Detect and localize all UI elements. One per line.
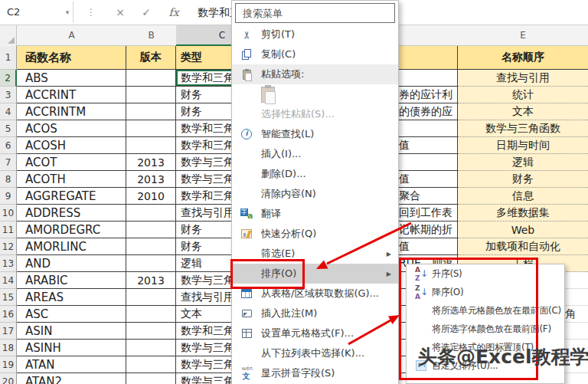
menu-item-clear-contents[interactable]: 清除内容(N)	[232, 184, 398, 204]
menu-item-translate[interactable]: 翻译	[232, 204, 398, 224]
cell-name-order[interactable]: 逻辑	[458, 154, 588, 171]
cell-name-order[interactable]: 信息	[458, 188, 588, 205]
menu-search-input[interactable]	[235, 3, 395, 23]
cell-version[interactable]	[126, 120, 176, 137]
cell-function-name[interactable]: ASC	[17, 306, 126, 323]
more-options-icon[interactable]: ⋮	[86, 2, 96, 23]
cell-function-name[interactable]: ACOS	[17, 120, 126, 137]
row-header[interactable]: 3	[0, 87, 17, 103]
cell-version[interactable]: 2013	[126, 154, 176, 171]
paste-button[interactable]	[232, 84, 398, 104]
confirm-icon[interactable]: ✓	[135, 2, 158, 23]
cell-version[interactable]	[126, 87, 176, 103]
cell-name-order[interactable]: 多维数据集	[458, 205, 588, 222]
row-header[interactable]: 9	[0, 188, 17, 205]
menu-item-insert[interactable]: 插入(I)...	[232, 144, 398, 164]
row-header[interactable]: 1	[0, 46, 17, 70]
header-function-name[interactable]: 函数名称	[17, 46, 126, 70]
cancel-icon[interactable]: ×	[109, 2, 132, 23]
cell-function-name[interactable]: ATAN	[17, 356, 126, 373]
cell-function-name[interactable]: AMORDEGRC	[17, 222, 126, 238]
column-header-a[interactable]: A	[17, 25, 126, 46]
menu-item-pick-from-dropdown[interactable]: 从下拉列表中选择(K)...	[232, 343, 398, 363]
cell-name-order[interactable]: Web	[458, 222, 588, 238]
cell-function-name[interactable]: ACCRINT	[17, 87, 126, 103]
insert-function-icon[interactable]: fx	[162, 2, 185, 23]
cell-function-name[interactable]: ABS	[17, 70, 126, 87]
cell-version[interactable]	[126, 323, 176, 340]
row-header[interactable]: 7	[0, 154, 17, 171]
row-header[interactable]: 6	[0, 137, 17, 154]
header-name-order[interactable]: 名称顺序	[458, 46, 588, 70]
menu-item-quick-analysis[interactable]: 快速分析(Q)	[232, 224, 398, 244]
menu-item-label: 粘贴选项:	[261, 67, 304, 81]
cell-function-name[interactable]: AMORLINC	[17, 238, 126, 255]
cell-name-order[interactable]: 统计	[458, 87, 588, 103]
row-header[interactable]: 4	[0, 103, 17, 120]
row-header[interactable]: 17	[0, 323, 17, 340]
cell-version[interactable]	[126, 340, 176, 356]
cell-function-name[interactable]: ACCRINTM	[17, 103, 126, 120]
cell-function-name[interactable]: ACOT	[17, 154, 126, 171]
cell-function-name[interactable]: ADDRESS	[17, 205, 126, 222]
menu-item-label: 显示拼音字段(S)	[261, 366, 335, 380]
row-header[interactable]: 19	[0, 356, 17, 373]
cell-name-order[interactable]: 查找与引用	[458, 70, 588, 87]
paste-icon	[243, 70, 251, 80]
row-header[interactable]: 14	[0, 272, 17, 289]
cell-version[interactable]: 2013	[126, 272, 176, 289]
cell-version[interactable]	[126, 238, 176, 255]
cell-name-order[interactable]: 文本	[458, 103, 588, 120]
cell-name-order[interactable]: 加载项和自动化	[458, 238, 588, 255]
formula-input[interactable]: 数学和三角函数	[198, 2, 231, 23]
cell-function-name[interactable]: AND	[17, 255, 126, 272]
cell-name-order[interactable]: 数学与三角函数	[458, 120, 588, 137]
cell-function-name[interactable]: ATAN2	[17, 373, 126, 384]
cell-version[interactable]	[126, 255, 176, 272]
cell-version[interactable]	[126, 289, 176, 306]
menu-item-cut[interactable]: ✂ 剪切(T)	[232, 25, 398, 44]
row-header[interactable]: 2	[0, 70, 17, 87]
cell-version[interactable]	[126, 356, 176, 373]
cell-function-name[interactable]: ACOSH	[17, 137, 126, 154]
cell-name-order[interactable]: 日期与时间	[458, 137, 588, 154]
cell-version[interactable]	[126, 222, 176, 238]
cell-version[interactable]	[126, 373, 176, 384]
menu-item-smart-lookup[interactable]: 智能查找(L)	[232, 124, 398, 144]
row-header[interactable]: 8	[0, 171, 17, 188]
row-header[interactable]: 20	[0, 373, 17, 384]
row-header[interactable]: 16	[0, 306, 17, 323]
cell-function-name[interactable]: ASIN	[17, 323, 126, 340]
cell-version[interactable]: 2010	[126, 188, 176, 205]
scissors-icon: ✂	[242, 31, 252, 39]
name-box-dropdown-icon[interactable]: ▾	[61, 2, 74, 23]
column-header-e[interactable]: E	[458, 25, 588, 46]
row-header[interactable]: 10	[0, 205, 17, 222]
cell-version[interactable]	[126, 70, 176, 87]
column-header-b[interactable]: B	[126, 25, 176, 46]
row-header[interactable]: 12	[0, 238, 17, 255]
row-header[interactable]: 11	[0, 222, 17, 238]
cell-version[interactable]: 2013	[126, 171, 176, 188]
menu-item-copy[interactable]: 复制(C)	[232, 44, 398, 64]
cell-version[interactable]	[126, 103, 176, 120]
cell-version[interactable]	[126, 306, 176, 323]
row-header[interactable]: 13	[0, 255, 17, 272]
cell-version[interactable]	[126, 205, 176, 222]
menu-item-delete[interactable]: 删除(D)...	[232, 164, 398, 184]
cell-function-name[interactable]: AGGREGATE	[17, 188, 126, 205]
cell-function-name[interactable]: ASINH	[17, 340, 126, 356]
watermark-text: 头条@Excel教程学习	[418, 344, 588, 369]
cell-name-order[interactable]: 财务	[458, 171, 588, 188]
cell-function-name[interactable]: ACOTH	[17, 171, 126, 188]
cell-version[interactable]	[126, 137, 176, 154]
menu-item-format-cells[interactable]: 设置单元格格式(F)...	[232, 323, 398, 343]
header-version[interactable]: 版本	[126, 46, 176, 70]
row-header[interactable]: 5	[0, 120, 17, 137]
row-header[interactable]: 18	[0, 340, 17, 356]
cell-function-name[interactable]: ARABIC	[17, 272, 126, 289]
menu-item-show-phonetic[interactable]: 显示拼音字段(S)	[232, 363, 398, 383]
cell-function-name[interactable]: AREAS	[17, 289, 126, 306]
menu-item-insert-comment[interactable]: 插入批注(M)	[232, 304, 398, 323]
row-header[interactable]: 15	[0, 289, 17, 306]
